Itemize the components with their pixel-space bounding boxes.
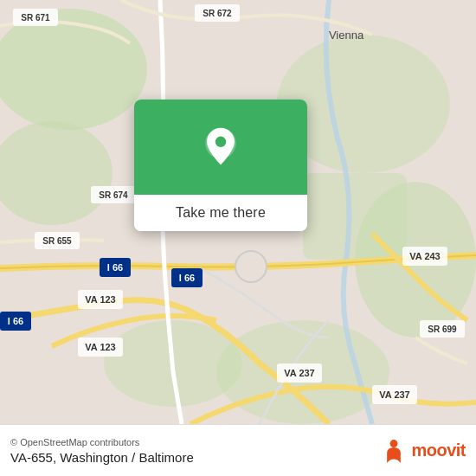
svg-point-8 <box>235 251 267 282</box>
svg-rect-5 <box>303 173 407 260</box>
moovit-brand-text: moovit <box>411 441 466 460</box>
bottom-bar: © OpenStreetMap contributors VA-655, Was… <box>0 424 476 476</box>
svg-text:VA 243: VA 243 <box>409 251 440 261</box>
popup-green-area <box>134 100 307 195</box>
svg-text:VA 237: VA 237 <box>379 389 409 400</box>
svg-text:VA 123: VA 123 <box>85 342 115 352</box>
svg-text:SR 699: SR 699 <box>428 325 457 334</box>
svg-text:SR 672: SR 672 <box>203 9 232 18</box>
location-pin-icon <box>200 126 241 168</box>
svg-point-39 <box>390 440 398 447</box>
osm-copyright-text: © OpenStreetMap contributors <box>10 437 139 447</box>
svg-point-38 <box>215 137 226 147</box>
osm-credit: © OpenStreetMap contributors <box>10 437 194 447</box>
location-label: VA-655, Washington / Baltimore <box>10 450 194 465</box>
svg-text:SR 674: SR 674 <box>99 190 128 200</box>
take-me-there-button[interactable]: Take me there <box>134 195 307 231</box>
svg-text:SR 671: SR 671 <box>21 13 50 23</box>
svg-text:VA 123: VA 123 <box>85 294 115 305</box>
moovit-brand-icon <box>382 439 406 463</box>
svg-text:Vienna: Vienna <box>329 29 364 42</box>
svg-text:I 66: I 66 <box>8 316 23 326</box>
map-container: SR 671 SR 672 Vienna SR 674 I 66 I 66 SR… <box>0 0 476 424</box>
svg-text:SR 655: SR 655 <box>42 236 72 246</box>
popup-card: Take me there <box>134 100 307 231</box>
svg-text:I 66: I 66 <box>107 262 123 273</box>
bottom-left: © OpenStreetMap contributors VA-655, Was… <box>10 437 194 465</box>
moovit-logo: moovit <box>382 439 466 463</box>
svg-text:I 66: I 66 <box>179 273 195 283</box>
svg-text:VA 237: VA 237 <box>284 368 314 378</box>
